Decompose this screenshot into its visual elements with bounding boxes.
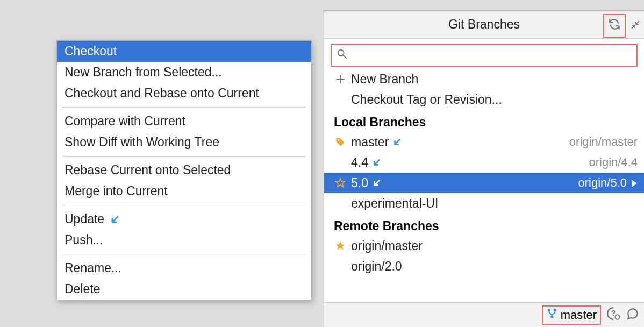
remote-branch-origin-2-0[interactable]: origin/2.0	[324, 256, 644, 276]
ctx-checkout[interactable]: Checkout	[57, 41, 311, 62]
ctx-label: Merge into Current	[65, 184, 168, 198]
ctx-separator	[62, 156, 306, 157]
popup-header: Git Branches	[324, 11, 644, 39]
local-branch-4-4[interactable]: 4.4 origin/4.4	[324, 152, 644, 173]
local-branches-header: Local Branches	[324, 110, 644, 132]
ctx-separator	[62, 254, 306, 254]
ctx-merge-into-current[interactable]: Merge into Current	[57, 181, 311, 202]
branch-icon	[546, 308, 558, 323]
local-branch-master[interactable]: master origin/master	[324, 132, 644, 152]
action-label: Checkout Tag or Revision...	[351, 93, 502, 107]
svg-point-6	[615, 315, 620, 319]
search-row	[324, 39, 644, 69]
svg-point-1	[338, 139, 339, 141]
ctx-label: Show Diff with Working Tree	[65, 135, 219, 150]
speech-bubble-icon[interactable]	[626, 307, 640, 324]
svg-point-4	[550, 315, 554, 318]
ctx-push[interactable]: Push...	[57, 230, 311, 251]
git-branches-popup: Git Branches New Branch Checkout T	[324, 10, 644, 302]
ctx-delete[interactable]: Delete	[57, 279, 311, 300]
tracking-remote: origin/5.0	[578, 176, 627, 190]
branch-name: 4.4	[351, 155, 368, 170]
action-label: New Branch	[351, 72, 418, 87]
ctx-label: Rebase Current onto Selected	[65, 163, 231, 177]
star-filled-icon	[334, 240, 347, 251]
local-branch-5-0[interactable]: 5.0 origin/5.0	[324, 173, 644, 193]
local-branch-experimental-ui[interactable]: experimental-UI	[324, 193, 644, 214]
ctx-label: Rename...	[65, 261, 121, 275]
search-icon	[336, 48, 348, 63]
status-bar-branch[interactable]: master	[542, 305, 601, 325]
star-outline-icon	[334, 177, 347, 188]
svg-point-0	[338, 50, 344, 56]
remote-branches-header: Remote Branches	[324, 214, 644, 236]
branch-name: origin/2.0	[351, 259, 402, 274]
ctx-label: New Branch from Selected...	[65, 65, 222, 80]
tracking-remote: origin/master	[569, 135, 638, 149]
ctx-label: Update	[65, 212, 104, 226]
action-new-branch[interactable]: New Branch	[324, 69, 644, 89]
svg-point-2	[548, 308, 551, 311]
incoming-icon	[109, 215, 121, 224]
status-bar: master ?	[324, 302, 644, 327]
status-branch-name: master	[561, 308, 597, 322]
tag-icon	[334, 137, 347, 147]
ctx-new-branch-from-selected[interactable]: New Branch from Selected...	[57, 62, 311, 83]
ctx-rebase-onto-selected[interactable]: Rebase Current onto Selected	[57, 160, 311, 181]
help-settings-icon[interactable]: ?	[606, 307, 620, 324]
action-checkout-tag[interactable]: Checkout Tag or Revision...	[324, 89, 644, 110]
incoming-icon	[393, 135, 402, 150]
branch-name: origin/master	[351, 239, 423, 253]
branch-name: master	[351, 135, 389, 150]
ctx-label: Checkout and Rebase onto Current	[65, 86, 259, 101]
search-input[interactable]	[352, 49, 632, 62]
ctx-label: Checkout	[65, 44, 117, 59]
branch-name: experimental-UI	[351, 196, 438, 211]
ctx-checkout-rebase[interactable]: Checkout and Rebase onto Current	[57, 83, 311, 104]
refresh-button[interactable]	[603, 14, 626, 38]
branch-context-menu: Checkout New Branch from Selected... Che…	[56, 40, 312, 300]
ctx-show-diff-working-tree[interactable]: Show Diff with Working Tree	[57, 132, 311, 153]
tracking-remote: origin/4.4	[589, 155, 638, 169]
search-input-container[interactable]	[331, 44, 638, 67]
plus-icon	[334, 74, 347, 84]
incoming-icon	[373, 155, 381, 170]
ctx-label: Delete	[65, 282, 100, 296]
svg-point-3	[554, 308, 557, 311]
ctx-separator	[62, 205, 306, 205]
ctx-separator	[62, 107, 306, 108]
popup-title: Git Branches	[448, 17, 520, 32]
ctx-rename[interactable]: Rename...	[57, 258, 311, 279]
ctx-label: Push...	[65, 233, 103, 247]
branch-name: 5.0	[351, 176, 368, 190]
ctx-label: Compare with Current	[65, 114, 185, 129]
remote-branch-origin-master[interactable]: origin/master	[324, 236, 644, 256]
collapse-icon[interactable]	[630, 19, 641, 33]
submenu-arrow-icon	[631, 176, 638, 190]
refresh-icon	[607, 17, 621, 34]
ctx-update[interactable]: Update	[57, 209, 311, 230]
ctx-compare-current[interactable]: Compare with Current	[57, 111, 311, 132]
incoming-icon	[373, 176, 381, 190]
